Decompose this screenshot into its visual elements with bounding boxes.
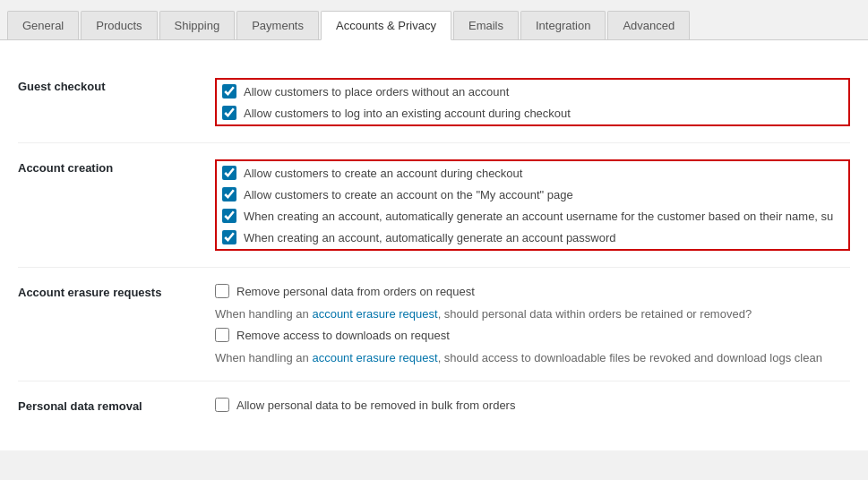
erasure-description-1: When handling an account erasure request…: [215, 307, 850, 321]
personal-data-removal-label: Personal data removal: [18, 398, 215, 413]
tab-advanced[interactable]: Advanced: [607, 11, 690, 39]
section-guest-checkout: Guest checkout Allow customers to place …: [18, 62, 850, 143]
erasure-desc-before-1: When handling an: [215, 307, 312, 321]
tab-integration[interactable]: Integration: [520, 11, 606, 39]
checkbox-auto-username[interactable]: [222, 209, 236, 223]
checkbox-label-create-checkout: Allow customers to create an account dur…: [244, 167, 522, 180]
account-erasure-unchecked-group: Remove personal data from orders on requ…: [215, 284, 850, 364]
erasure-desc-before-2: When handling an: [215, 351, 312, 364]
checkbox-auto-password[interactable]: [222, 230, 236, 244]
section-account-erasure: Account erasure requests Remove personal…: [18, 268, 850, 381]
guest-checkout-controls: Allow customers to place orders without …: [215, 78, 850, 126]
checkbox-label-remove-downloads: Remove access to downloads on request: [236, 329, 450, 342]
checkbox-row-bulk-removal: Allow personal data to be removed in bul…: [215, 398, 850, 412]
tab-accounts-privacy[interactable]: Accounts & Privacy: [321, 11, 451, 40]
checkbox-remove-personal-data[interactable]: [215, 284, 229, 298]
tab-general[interactable]: General: [7, 11, 79, 39]
checkbox-label-auto-password: When creating an account, automatically …: [244, 231, 616, 244]
checkbox-label-login-checkout: Allow customers to log into an existing …: [244, 107, 571, 120]
checkbox-bulk-removal[interactable]: [215, 398, 229, 412]
checkbox-row-create-checkout: Allow customers to create an account dur…: [222, 165, 843, 181]
tab-shipping[interactable]: Shipping: [159, 11, 236, 39]
checkbox-row-auto-username: When creating an account, automatically …: [222, 208, 843, 224]
tab-emails[interactable]: Emails: [453, 11, 519, 39]
content-area: Guest checkout Allow customers to place …: [0, 40, 868, 450]
page-wrapper: General Products Shipping Payments Accou…: [0, 0, 868, 480]
checkbox-remove-downloads[interactable]: [215, 328, 229, 342]
checkbox-label-bulk-removal: Allow personal data to be removed in bul…: [236, 399, 515, 412]
checkbox-allow-login-checkout[interactable]: [222, 106, 236, 120]
checkbox-label-place-orders: Allow customers to place orders without …: [244, 85, 509, 99]
account-creation-label: Account creation: [18, 159, 215, 175]
account-creation-controls: Allow customers to create an account dur…: [215, 159, 850, 251]
checkbox-create-my-account[interactable]: [222, 187, 236, 201]
account-creation-checked-group: Allow customers to create an account dur…: [215, 159, 850, 251]
erasure-description-2: When handling an account erasure request…: [215, 351, 850, 364]
checkbox-row-place-orders: Allow customers to place orders without …: [222, 83, 843, 99]
checkbox-create-during-checkout[interactable]: [222, 166, 236, 180]
guest-checkout-label: Guest checkout: [18, 78, 215, 93]
guest-checkout-checked-group: Allow customers to place orders without …: [215, 78, 850, 126]
checkbox-label-auto-username: When creating an account, automatically …: [244, 210, 833, 223]
checkbox-row-login-checkout: Allow customers to log into an existing …: [222, 105, 843, 121]
checkbox-row-remove-downloads: Remove access to downloads on request: [215, 328, 850, 342]
checkbox-row-auto-password: When creating an account, automatically …: [222, 229, 843, 245]
erasure-desc-after-1: , should personal data within orders be …: [438, 307, 752, 321]
tab-payments[interactable]: Payments: [236, 11, 319, 39]
checkbox-row-create-my-account: Allow customers to create an account on …: [222, 186, 843, 202]
section-account-creation: Account creation Allow customers to crea…: [18, 143, 850, 268]
account-erasure-label: Account erasure requests: [18, 284, 215, 299]
checkbox-label-remove-personal-data: Remove personal data from orders on requ…: [236, 285, 475, 298]
checkbox-allow-place-orders[interactable]: [222, 84, 236, 99]
erasure-link-2[interactable]: account erasure request: [312, 351, 437, 364]
checkbox-label-create-my-account: Allow customers to create an account on …: [244, 188, 573, 201]
checkbox-row-remove-personal-data: Remove personal data from orders on requ…: [215, 284, 850, 298]
personal-data-removal-controls: Allow personal data to be removed in bul…: [215, 398, 850, 412]
erasure-desc-after-2: , should access to downloadable files be…: [438, 351, 822, 364]
erasure-link-1[interactable]: account erasure request: [312, 307, 437, 321]
tab-products[interactable]: Products: [81, 11, 157, 39]
tabs-bar: General Products Shipping Payments Accou…: [0, 0, 868, 40]
account-erasure-controls: Remove personal data from orders on requ…: [215, 284, 850, 364]
section-personal-data-removal: Personal data removal Allow personal dat…: [18, 381, 850, 429]
